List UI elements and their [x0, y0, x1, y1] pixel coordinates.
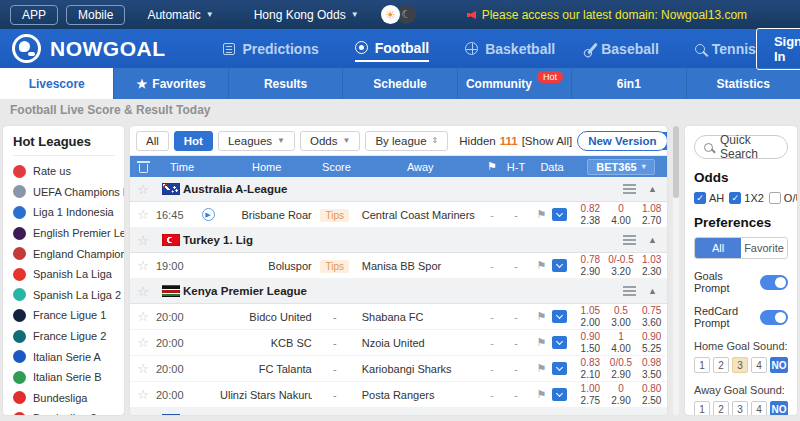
filter-hot-button[interactable]: Hot [174, 131, 213, 151]
pref-all-button[interactable]: All [695, 238, 741, 258]
sidebar-league-item[interactable]: Spanish La Liga [13, 264, 124, 285]
sidebar-league-item[interactable]: Italian Serie B [13, 367, 124, 388]
sound-option-2[interactable]: 2 [713, 357, 729, 373]
odds-cell[interactable]: 0.780/-0.51.032.903.202.30 [575, 254, 667, 277]
tab-livescore[interactable]: Livescore [0, 68, 114, 99]
sidebar-league-item[interactable]: Bundesliga 2 [13, 408, 124, 415]
away-team[interactable]: Kariobangi Sharks [358, 363, 481, 375]
sort-by-league-button[interactable]: By league ⇕ [365, 131, 448, 151]
favorite-star-icon[interactable]: ☆ [137, 258, 149, 273]
standings-icon[interactable] [623, 286, 636, 288]
language-dropdown[interactable]: Automatic ▼ [147, 8, 213, 22]
sidebar-league-item[interactable]: Spanish La Liga 2 [13, 285, 124, 306]
mobile-button[interactable]: Mobile [66, 5, 125, 25]
collapse-icon[interactable]: ▲ [648, 235, 657, 245]
tips-badge[interactable]: Tips [320, 260, 349, 273]
tips-badge[interactable]: Tips [320, 209, 349, 222]
redcard-prompt-toggle[interactable] [760, 310, 788, 325]
favorite-star-icon[interactable]: ☆ [137, 413, 149, 416]
home-team[interactable]: KCB SC [220, 337, 312, 349]
delete-icon[interactable] [139, 164, 148, 173]
collapse-icon[interactable]: ▲ [648, 184, 657, 194]
odds-cell[interactable]: 1.050.50.752.003.003.60 [575, 305, 667, 328]
quick-search-box[interactable]: Quick Search [694, 135, 788, 159]
odds-cell[interactable]: 0.8201.082.384.002.70 [575, 203, 667, 226]
sidebar-league-item[interactable]: Rate us [13, 161, 124, 182]
away-team[interactable]: Manisa BB Spor [358, 260, 481, 272]
favorite-star-icon[interactable]: ☆ [137, 182, 149, 197]
bookmaker-dropdown[interactable]: BET365 ▾ [587, 159, 654, 175]
odds-type-dropdown[interactable]: Hong Kong Odds ▼ [254, 8, 359, 22]
app-button[interactable]: APP [10, 5, 58, 25]
scrollbar-thumb[interactable] [673, 126, 679, 198]
favorite-star-icon[interactable]: ☆ [137, 309, 149, 324]
analysis-icon[interactable] [552, 362, 567, 375]
sound-option-1[interactable]: 1 [694, 401, 710, 415]
sound-option-4[interactable]: 4 [751, 401, 767, 415]
tab-results[interactable]: Results [229, 68, 343, 99]
sidebar-league-item[interactable]: France Ligue 1 [13, 305, 124, 326]
home-team[interactable]: Brisbane Roar [220, 209, 312, 221]
checkbox-icon[interactable] [769, 192, 781, 204]
sidebar-league-item[interactable]: English Premier Le... [13, 223, 124, 244]
sound-option-no[interactable]: NO [770, 401, 788, 415]
show-all-link[interactable]: [Show All] [522, 135, 573, 147]
checkbox-icon[interactable]: ✓ [694, 192, 706, 204]
home-team[interactable]: FC Talanta [220, 363, 312, 375]
tab-6in1[interactable]: 6in1 [572, 68, 686, 99]
filter-leagues-dropdown[interactable]: Leagues ▼ [218, 131, 295, 151]
nav-item-baseball[interactable]: Baseball [591, 36, 659, 62]
nav-item-predictions[interactable]: Predictions [223, 36, 318, 62]
odds-option-1x2[interactable]: ✓1X2 [729, 192, 764, 204]
home-team[interactable]: Ulinzi Stars Nakuru [220, 389, 312, 401]
nowgoal-logo-icon[interactable] [12, 34, 41, 63]
goals-prompt-toggle[interactable] [760, 275, 788, 290]
sidebar-league-item[interactable]: UEFA Champions L... [13, 182, 124, 203]
sound-option-3[interactable]: 3 [732, 401, 748, 415]
odds-cell[interactable]: 1.0000.802.752.902.50 [575, 383, 667, 406]
nav-item-tennis[interactable]: Tennis [695, 36, 756, 62]
announcement-text[interactable]: Please access our latest domain: Nowgoal… [482, 8, 747, 22]
odds-option-ah[interactable]: ✓AH [694, 192, 724, 204]
brand-name[interactable]: NOWGOAL [50, 37, 165, 61]
sound-option-no[interactable]: NO [770, 357, 788, 373]
sidebar-league-item[interactable]: England Champion... [13, 243, 124, 264]
away-team[interactable]: Nzoia United [358, 337, 481, 349]
away-team[interactable]: Posta Rangers [358, 389, 481, 401]
filter-all-button[interactable]: All [136, 131, 169, 151]
favorite-star-icon[interactable]: ☆ [137, 335, 149, 350]
home-team[interactable]: Boluspor [220, 260, 312, 272]
analysis-icon[interactable] [552, 259, 567, 272]
away-team[interactable]: Shabana FC [358, 311, 481, 323]
sound-option-4[interactable]: 4 [751, 357, 767, 373]
tab-statistics[interactable]: Statistics [687, 68, 800, 99]
tab-favorites[interactable]: ★Favorites [114, 68, 228, 99]
sign-in-button[interactable]: Sign In [756, 28, 800, 70]
standings-icon[interactable] [623, 235, 636, 237]
analysis-icon[interactable] [552, 336, 567, 349]
sidebar-league-item[interactable]: France Ligue 2 [13, 326, 124, 347]
home-team[interactable]: Bidco United [220, 311, 312, 323]
tab-community[interactable]: CommunityHot [458, 68, 572, 99]
light-mode-icon[interactable]: ☀ [381, 5, 400, 24]
checkbox-icon[interactable]: ✓ [729, 192, 741, 204]
sidebar-league-item[interactable]: Liga 1 Indonesia [13, 202, 124, 223]
theme-toggle[interactable]: ☀ ☾ [381, 5, 416, 24]
analysis-icon[interactable] [552, 208, 567, 221]
sound-option-3[interactable]: 3 [732, 357, 748, 373]
odds-cell[interactable]: 0.9010.901.504.005.25 [575, 331, 667, 354]
play-video-icon[interactable]: ▶ [202, 208, 215, 221]
odds-option-o-u[interactable]: O/U [769, 192, 797, 204]
pref-favorite-button[interactable]: Favorite [741, 238, 787, 258]
sidebar-league-item[interactable]: Bundesliga [13, 388, 124, 409]
favorite-star-icon[interactable]: ☆ [137, 207, 149, 222]
sound-option-2[interactable]: 2 [713, 401, 729, 415]
standings-icon[interactable] [623, 184, 636, 186]
favorite-star-icon[interactable]: ☆ [137, 233, 149, 248]
away-team[interactable]: Central Coast Mariners [358, 209, 481, 221]
nav-item-football[interactable]: Football [355, 36, 429, 62]
sidebar-league-item[interactable]: Italian Serie A [13, 346, 124, 367]
favorite-star-icon[interactable]: ☆ [137, 387, 149, 402]
table-scrollbar[interactable] [673, 126, 679, 415]
collapse-icon[interactable]: ▲ [648, 286, 657, 296]
